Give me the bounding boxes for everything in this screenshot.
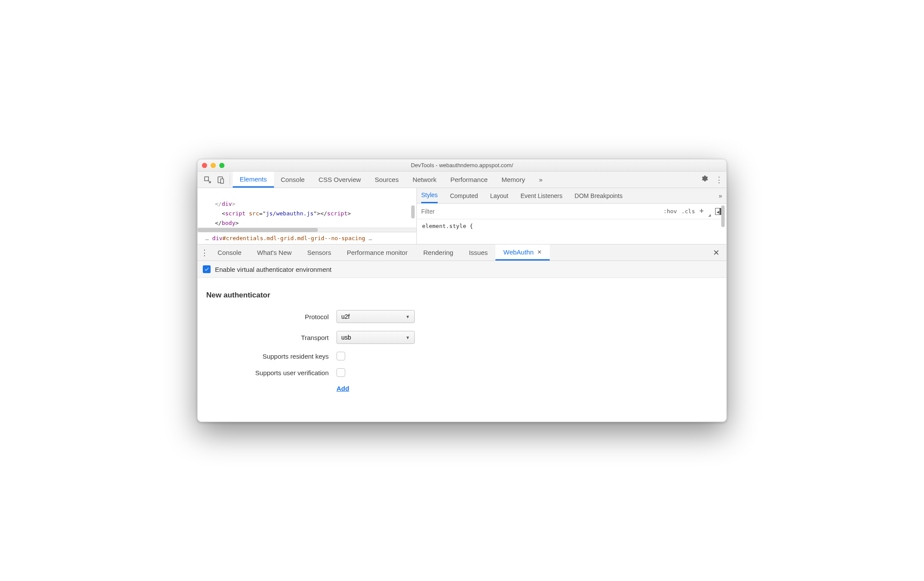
tabs-overflow[interactable]: » bbox=[532, 172, 549, 188]
enable-label: Enable virtual authenticator environment bbox=[215, 266, 332, 273]
user-verification-label: Supports user verification bbox=[206, 369, 337, 376]
window-title: DevTools - webauthndemo.appspot.com/ bbox=[198, 162, 726, 168]
drawer-tab-sensors[interactable]: Sensors bbox=[300, 244, 339, 261]
tab-console[interactable]: Console bbox=[274, 172, 312, 188]
chevron-down-icon: ▼ bbox=[406, 335, 410, 340]
drawer-tab-console[interactable]: Console bbox=[210, 244, 249, 261]
styles-body[interactable]: element.style { bbox=[417, 219, 726, 244]
dom-tree[interactable]: </div> <script src="js/webauthn.js"></sc… bbox=[198, 188, 416, 228]
drawer-tab-issues[interactable]: Issues bbox=[461, 244, 495, 261]
resident-keys-checkbox[interactable] bbox=[337, 352, 345, 360]
drawer-tab-whatsnew[interactable]: What's New bbox=[249, 244, 300, 261]
cls-toggle[interactable]: .cls bbox=[681, 208, 695, 215]
tab-network[interactable]: Network bbox=[406, 172, 443, 188]
user-verification-checkbox[interactable] bbox=[337, 368, 345, 377]
breadcrumb: … div#credentials.mdl-grid.mdl-grid--no-… bbox=[198, 232, 416, 244]
styles-pane: Styles Computed Layout Event Listeners D… bbox=[417, 188, 726, 244]
drawer-close-icon[interactable]: ✕ bbox=[708, 248, 725, 257]
dom-tree-scrollbar[interactable] bbox=[411, 205, 415, 218]
tab-css-overview[interactable]: CSS Overview bbox=[312, 172, 368, 188]
webauthn-form: New authenticator Protocol u2f ▼ Transpo… bbox=[198, 278, 726, 422]
elements-tree-pane: </div> <script src="js/webauthn.js"></sc… bbox=[198, 188, 417, 244]
breadcrumb-left-ellipsis[interactable]: … bbox=[202, 235, 212, 241]
styles-filter-row: :hov .cls + ◢ ◀ bbox=[417, 204, 726, 219]
inspect-icon[interactable] bbox=[201, 173, 214, 186]
stab-styles[interactable]: Styles bbox=[421, 188, 438, 203]
drawer-tab-rendering[interactable]: Rendering bbox=[416, 244, 461, 261]
panes: </div> <script src="js/webauthn.js"></sc… bbox=[198, 188, 726, 244]
stab-dom-breakpoints[interactable]: DOM Breakpoints bbox=[574, 188, 622, 203]
device-toggle-icon[interactable] bbox=[214, 173, 227, 186]
stab-computed[interactable]: Computed bbox=[450, 188, 478, 203]
more-icon[interactable]: ⋮ bbox=[712, 175, 726, 185]
chevron-down-icon: ▼ bbox=[406, 314, 410, 319]
form-title: New authenticator bbox=[206, 291, 718, 300]
settings-icon[interactable] bbox=[697, 175, 712, 185]
stab-event-listeners[interactable]: Event Listeners bbox=[521, 188, 563, 203]
stab-layout[interactable]: Layout bbox=[490, 188, 508, 203]
stabs-overflow[interactable]: » bbox=[719, 188, 722, 203]
close-tab-icon[interactable]: ✕ bbox=[537, 249, 542, 255]
dom-tree-hscroll[interactable] bbox=[198, 228, 416, 232]
styles-scrollbar[interactable] bbox=[721, 205, 725, 227]
devtools-window: DevTools - webauthndemo.appspot.com/ Ele… bbox=[197, 159, 727, 422]
protocol-label: Protocol bbox=[206, 313, 337, 320]
add-button[interactable]: Add bbox=[337, 385, 349, 392]
breadcrumb-right-ellipsis[interactable]: … bbox=[365, 235, 376, 241]
drawer-more-icon[interactable]: ⋮ bbox=[199, 248, 210, 257]
tab-memory[interactable]: Memory bbox=[495, 172, 532, 188]
resident-keys-label: Supports resident keys bbox=[206, 353, 337, 360]
transport-label: Transport bbox=[206, 334, 337, 341]
drawer-tab-perfmon[interactable]: Performance monitor bbox=[339, 244, 416, 261]
protocol-select[interactable]: u2f ▼ bbox=[337, 310, 415, 323]
transport-select[interactable]: usb ▼ bbox=[337, 331, 415, 344]
tab-sources[interactable]: Sources bbox=[368, 172, 406, 188]
breadcrumb-item[interactable]: div#credentials.mdl-grid.mdl-grid--no-sp… bbox=[212, 235, 365, 241]
hov-toggle[interactable]: :hov bbox=[663, 208, 677, 215]
main-tabbar: Elements Console CSS Overview Sources Ne… bbox=[198, 172, 726, 188]
drawer-tab-webauthn[interactable]: WebAuthn ✕ bbox=[495, 244, 550, 261]
styles-tabbar: Styles Computed Layout Event Listeners D… bbox=[417, 188, 726, 204]
drawer-tabbar: ⋮ Console What's New Sensors Performance… bbox=[198, 244, 726, 261]
new-style-rule-button[interactable]: + bbox=[699, 207, 704, 216]
tab-performance[interactable]: Performance bbox=[443, 172, 495, 188]
window-titlebar: DevTools - webauthndemo.appspot.com/ bbox=[198, 159, 726, 172]
enable-checkbox[interactable] bbox=[203, 265, 211, 273]
svg-rect-2 bbox=[221, 178, 224, 183]
enable-row: Enable virtual authenticator environment bbox=[198, 261, 726, 278]
tab-elements[interactable]: Elements bbox=[233, 172, 274, 188]
styles-filter-input[interactable] bbox=[421, 208, 659, 215]
